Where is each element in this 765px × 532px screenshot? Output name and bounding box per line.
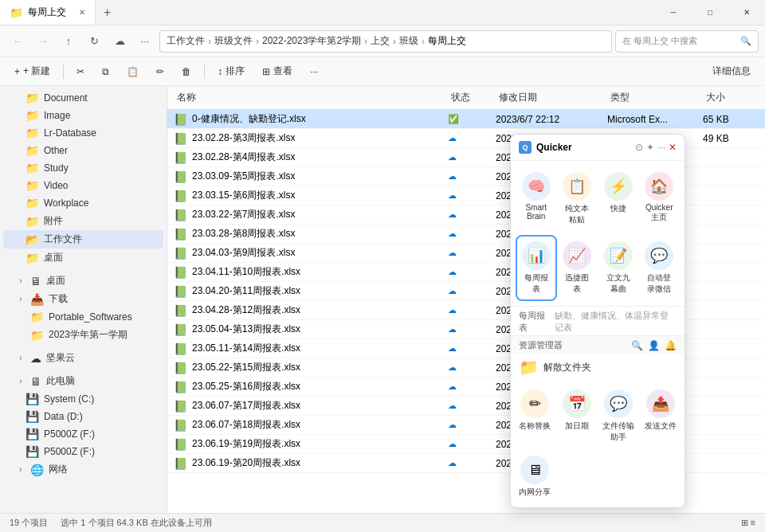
quicker-action-autologin[interactable]: 💬 自动登录微信 (641, 237, 679, 299)
breadcrumb-part: 工作文件 (167, 34, 205, 48)
col-size-header[interactable]: 大小 (703, 89, 759, 106)
sidebar-item-systemc[interactable]: 💾 System (C:) (3, 390, 163, 408)
quicker-star-icon[interactable]: ✦ (646, 142, 654, 153)
excel-icon: 📗 (174, 228, 187, 241)
folder-icon: 📁 (26, 215, 39, 228)
more-nav-button[interactable]: ··· (134, 30, 156, 53)
copy-button[interactable]: ⧉ (94, 61, 117, 83)
bell-icon[interactable]: 🔔 (665, 340, 677, 351)
sync-status-icon: ✅ (448, 114, 496, 124)
user-icon[interactable]: 👤 (648, 340, 660, 351)
sync-status-icon: ☁ (448, 362, 496, 373)
sidebar-label: Portable_Softwares (49, 311, 132, 323)
search-bar[interactable]: 在 每周上交 中搜索 🔍 (615, 30, 759, 53)
search-icon[interactable]: 🔍 (631, 340, 643, 351)
drive-icon: 💾 (26, 393, 39, 405)
quicker-action-lan-share[interactable]: 🖥 内网分享 (516, 451, 555, 503)
quicker-action-smart-brain[interactable]: 🧠 Smart Brain (517, 167, 555, 230)
nav-bar: ← → ↑ ↻ ☁ ··· 工作文件 › 班级文件 › 2022-2023学年第… (0, 25, 765, 57)
file-name: 📗 23.06.19-第20周报表.xlsx (174, 456, 448, 470)
new-tab-button[interactable]: + (96, 0, 119, 25)
col-date-header[interactable]: 修改日期 (496, 89, 607, 106)
paste-text-label: 纯文本粘贴 (562, 203, 594, 225)
sidebar-item-desktop2[interactable]: › 🖥 桌面 (3, 272, 163, 290)
status-bar: 19 个项目 选中 1 个项目 64.3 KB 在此设备上可用 ⊞ ≡ (0, 513, 765, 532)
sidebar-item-jianguoyun[interactable]: › ☁ 坚果云 (3, 349, 163, 367)
tab-close-btn[interactable]: ✕ (79, 8, 85, 17)
back-button[interactable]: ← (6, 30, 29, 53)
sort-icon: ↕ (218, 66, 222, 77)
quicker-more-icon[interactable]: ··· (657, 142, 665, 153)
sidebar-item-other[interactable]: 📁 Other (3, 142, 163, 159)
quicker-main-label: Quicker主页 (644, 203, 676, 223)
sidebar-item-zhuomian[interactable]: 📁 桌面 (3, 248, 163, 267)
col-status-header[interactable]: 状态 (448, 89, 496, 106)
tab-meizhoushangjiao[interactable]: 📁 每周上交 ✕ (0, 0, 96, 25)
title-bar: 📁 每周上交 ✕ + ─ □ ✕ (0, 0, 765, 25)
quicker-close-icon[interactable]: ✕ (669, 142, 677, 153)
sidebar-item-p5000z-f1[interactable]: 💾 P5000Z (F:) (3, 425, 163, 443)
sidebar-item-xuenian[interactable]: 📁 2023学年第一学期 (3, 326, 163, 344)
sidebar-item-image[interactable]: 📁 Image (3, 107, 163, 124)
cloud-button[interactable]: ☁ (108, 30, 131, 53)
quicker-action-chart[interactable]: 📈 迅捷图表 (559, 237, 597, 299)
quicker-action-weekly[interactable]: 📊 每周报表 (517, 237, 555, 299)
refresh-button[interactable]: ↻ (83, 30, 105, 53)
col-type-header[interactable]: 类型 (607, 89, 703, 106)
maximize-button[interactable]: □ (692, 0, 728, 25)
sync-status-icon: ☁ (448, 286, 496, 296)
sidebar-item-datad[interactable]: 💾 Data (D:) (3, 408, 163, 425)
sidebar-item-gongzuo[interactable]: 📂 工作文件 (3, 230, 163, 248)
sort-button[interactable]: ↕ 排序 (210, 61, 253, 83)
cut-button[interactable]: ✂ (69, 61, 92, 83)
quicker-action-paste-text[interactable]: 📋 纯文本粘贴 (559, 167, 597, 230)
forward-button[interactable]: → (32, 30, 54, 53)
quicker-action-shortcut[interactable]: ⚡ 快捷 (599, 167, 638, 230)
sidebar-item-downloads[interactable]: › 📥 下载 (3, 290, 163, 308)
rename-icon: ✏ (520, 389, 549, 418)
sync-status-icon: ☁ (448, 439, 496, 449)
sync-status-icon: ☁ (448, 458, 496, 468)
quicker-action-send-file[interactable]: 📤 发送文件 (641, 385, 681, 448)
sidebar-item-workplace[interactable]: 📁 Workplace (3, 194, 163, 212)
excel-icon: 📗 (174, 266, 187, 279)
sidebar-label: 此电脑 (46, 374, 75, 388)
sidebar-item-study[interactable]: 📁 Study (3, 159, 163, 177)
sync-status-icon: ☁ (448, 324, 496, 334)
sidebar-item-video[interactable]: 📁 Video (3, 177, 163, 194)
minimize-button[interactable]: ─ (655, 0, 692, 25)
excel-icon: 📗 (174, 438, 187, 451)
quicker-action-vertical[interactable]: 📝 立文九幕曲 (599, 237, 638, 299)
sidebar-item-p5000z-f2[interactable]: 💾 P5000Z (F:) (3, 443, 163, 460)
quicker-action-file-transfer[interactable]: 💬 文件传输助手 (599, 385, 638, 448)
paste-button[interactable]: 📋 (119, 61, 147, 83)
folder-icon: 📁 (26, 144, 39, 157)
address-bar[interactable]: 工作文件 › 班级文件 › 2022-2023学年第2学期 › 上交 › 班级 … (159, 30, 612, 53)
sidebar-item-document[interactable]: 📁 Document (3, 89, 163, 107)
details-button[interactable]: 详细信息 (704, 61, 759, 83)
sidebar-item-network[interactable]: › 🌐 网络 (3, 460, 163, 479)
vertical-icon: 📝 (604, 241, 633, 270)
quicker-action-folder-dissolve[interactable]: 📁 解散文件夹 (511, 354, 685, 380)
chevron-icon: › (16, 377, 26, 385)
file-row[interactable]: 📗 0-健康情况、缺勤登记.xlsx ✅ 2023/6/7 22:12 Micr… (167, 110, 765, 129)
close-button[interactable]: ✕ (728, 0, 765, 25)
quicker-action-add-date[interactable]: 📅 加日期 (558, 385, 597, 448)
col-name-header[interactable]: 名称 (174, 89, 448, 106)
quicker-action-rename[interactable]: ✏ 名称替换 (516, 385, 555, 448)
more-button[interactable]: ··· (302, 61, 326, 83)
quicker-action-main[interactable]: 🏠 Quicker主页 (641, 167, 679, 230)
rename-button[interactable]: ✏ (148, 61, 172, 83)
up-button[interactable]: ↑ (57, 30, 80, 53)
sidebar-item-thispc[interactable]: › 🖥 此电脑 (3, 372, 163, 390)
autologin-label: 自动登录微信 (644, 272, 676, 295)
breadcrumb-part: 班级文件 (214, 34, 253, 48)
sidebar-item-portable[interactable]: 📁 Portable_Softwares (3, 308, 163, 326)
new-button[interactable]: + + 新建 (6, 61, 58, 83)
quicker-settings-icon[interactable]: ⊙ (635, 142, 643, 153)
sidebar-item-lr-database[interactable]: 📁 Lr-Database (3, 124, 163, 142)
delete-button[interactable]: 🗑 (174, 61, 199, 83)
resource-manager-icons: 🔍 👤 🔔 (631, 340, 677, 351)
sidebar-item-fujian[interactable]: 📁 附件 (3, 212, 163, 230)
view-button[interactable]: ⊞ 查看 (254, 61, 300, 83)
